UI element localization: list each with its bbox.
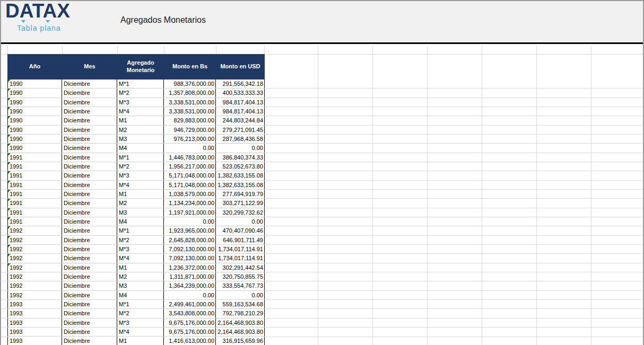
cell-amount-usd[interactable]: 984,817,404.13 (216, 107, 265, 116)
column-header-month[interactable]: Mes (62, 54, 117, 79)
cell-amount-bs[interactable]: 0.00 (164, 144, 216, 152)
cell-amount-usd[interactable]: 0.00 (216, 291, 265, 299)
cell-amount-bs[interactable]: 1,134,234,000.00 (164, 199, 216, 207)
cell-year[interactable]: 1990 (7, 135, 62, 143)
cell-amount-usd[interactable]: 984,817,404.13 (216, 98, 265, 107)
column-header-amount-usd[interactable]: Monto en USD (216, 54, 265, 79)
cell-aggregate[interactable]: M2 (117, 199, 164, 207)
cell-amount-bs[interactable]: 1,923,965,000.00 (164, 226, 216, 235)
cell-month[interactable]: Diciembre (62, 328, 117, 336)
cell-aggregate[interactable]: M*1 (117, 226, 164, 235)
cell-year[interactable]: 1991 (7, 153, 62, 162)
cell-aggregate[interactable]: M*1 (117, 153, 164, 162)
cell-month[interactable]: Diciembre (62, 291, 117, 299)
cell-month[interactable]: Diciembre (62, 208, 117, 217)
cell-amount-usd[interactable]: 277,694,919.79 (216, 190, 265, 198)
cell-year[interactable]: 1993 (7, 309, 62, 317)
cell-year[interactable]: 1990 (7, 79, 62, 88)
cell-aggregate[interactable]: M*3 (117, 171, 164, 180)
cell-amount-usd[interactable]: 2,164,468,903.80 (216, 319, 265, 327)
column-header-year[interactable]: Año (7, 54, 62, 79)
cell-year[interactable]: 1993 (7, 337, 62, 345)
cell-year[interactable]: 1990 (7, 107, 62, 116)
cell-month[interactable]: Diciembre (62, 263, 117, 272)
cell-year[interactable]: 1992 (7, 281, 62, 290)
cell-month[interactable]: Diciembre (62, 171, 117, 180)
cell-amount-bs[interactable]: 0.00 (164, 291, 216, 299)
cell-aggregate[interactable]: M1 (117, 263, 164, 272)
cell-month[interactable]: Diciembre (62, 116, 117, 125)
cell-month[interactable]: Diciembre (62, 199, 117, 207)
cell-year[interactable]: 1992 (7, 254, 62, 262)
cell-amount-bs[interactable]: 1,956,217,000.00 (164, 162, 216, 171)
cell-year[interactable]: 1991 (7, 190, 62, 198)
cell-aggregate[interactable]: M3 (117, 135, 164, 143)
cell-aggregate[interactable]: M1 (117, 337, 164, 345)
cell-amount-bs[interactable]: 1,197,921,000.00 (164, 208, 216, 217)
cell-aggregate[interactable]: M*1 (117, 300, 164, 308)
cell-amount-usd[interactable]: 320,750,855.75 (216, 272, 265, 281)
column-header-aggregate[interactable]: Agregado Monetario (117, 54, 164, 79)
cell-amount-bs[interactable]: 5,171,048,000.00 (164, 181, 216, 189)
cell-month[interactable]: Diciembre (62, 107, 117, 116)
cell-aggregate[interactable]: M2 (117, 272, 164, 281)
cell-month[interactable]: Diciembre (62, 319, 117, 327)
cell-amount-bs[interactable]: 1,446,783,000.00 (164, 153, 216, 162)
cell-amount-usd[interactable]: 287,968,436.58 (216, 135, 265, 143)
cell-amount-usd[interactable]: 386,840,374.33 (216, 153, 265, 162)
cell-amount-bs[interactable]: 2,645,828,000.00 (164, 236, 216, 244)
cell-aggregate[interactable]: M*2 (117, 162, 164, 171)
cell-aggregate[interactable]: M3 (117, 281, 164, 290)
cell-amount-bs[interactable]: 3,338,531,000.00 (164, 107, 216, 116)
cell-year[interactable]: 1993 (7, 319, 62, 327)
cell-aggregate[interactable]: M*1 (117, 79, 164, 88)
cell-amount-bs[interactable]: 7,092,130,000.00 (164, 254, 216, 262)
cell-year[interactable]: 1990 (7, 116, 62, 125)
cell-year[interactable]: 1992 (7, 272, 62, 281)
cell-month[interactable]: Diciembre (62, 245, 117, 253)
cell-month[interactable]: Diciembre (62, 98, 117, 107)
cell-year[interactable]: 1993 (7, 328, 62, 336)
cell-month[interactable]: Diciembre (62, 226, 117, 235)
cell-aggregate[interactable]: M*3 (117, 98, 164, 107)
cell-year[interactable]: 1993 (7, 300, 62, 308)
cell-amount-usd[interactable]: 333,554,767.73 (216, 281, 265, 290)
cell-year[interactable]: 1992 (7, 226, 62, 235)
cell-month[interactable]: Diciembre (62, 144, 117, 152)
cell-aggregate[interactable]: M4 (117, 144, 164, 152)
cell-amount-usd[interactable]: 1,382,633,155.08 (216, 171, 265, 180)
cell-amount-usd[interactable]: 470,407,090.46 (216, 226, 265, 235)
cell-amount-usd[interactable]: 244,803,244.84 (216, 116, 265, 125)
cell-amount-usd[interactable]: 320,299,732.62 (216, 208, 265, 217)
cell-amount-bs[interactable]: 7,092,130,000.00 (164, 245, 216, 253)
cell-amount-usd[interactable]: 559,163,534.68 (216, 300, 265, 308)
cell-year[interactable]: 1991 (7, 162, 62, 171)
cell-amount-usd[interactable]: 291,556,342.18 (216, 79, 265, 88)
cell-month[interactable]: Diciembre (62, 217, 117, 226)
cell-month[interactable]: Diciembre (62, 337, 117, 345)
cell-amount-bs[interactable]: 9,675,176,000.00 (164, 328, 216, 336)
cell-month[interactable]: Diciembre (62, 79, 117, 88)
cell-amount-bs[interactable]: 2,499,461,000.00 (164, 300, 216, 308)
cell-month[interactable]: Diciembre (62, 162, 117, 171)
cell-year[interactable]: 1991 (7, 199, 62, 207)
cell-amount-usd[interactable]: 400,533,333.33 (216, 89, 265, 97)
cell-amount-bs[interactable]: 946,729,000.00 (164, 126, 216, 134)
cell-amount-usd[interactable]: 302,291,442.54 (216, 263, 265, 272)
cell-amount-usd[interactable]: 0.00 (216, 144, 265, 152)
cell-amount-bs[interactable]: 976,213,000.00 (164, 135, 216, 143)
cell-amount-bs[interactable]: 3,338,531,000.00 (164, 98, 216, 107)
cell-aggregate[interactable]: M*4 (117, 328, 164, 336)
cell-amount-usd[interactable]: 1,734,017,114.91 (216, 254, 265, 262)
cell-year[interactable]: 1990 (7, 89, 62, 97)
cell-amount-bs[interactable]: 1,364,239,000.00 (164, 281, 216, 290)
cell-amount-bs[interactable]: 988,376,000.00 (164, 79, 216, 88)
cell-amount-usd[interactable]: 1,382,633,155.08 (216, 181, 265, 189)
cell-year[interactable]: 1991 (7, 181, 62, 189)
cell-year[interactable]: 1990 (7, 126, 62, 134)
cell-aggregate[interactable]: M*3 (117, 245, 164, 253)
cell-year[interactable]: 1990 (7, 144, 62, 152)
cell-year[interactable]: 1992 (7, 291, 62, 299)
cell-aggregate[interactable]: M3 (117, 208, 164, 217)
cell-month[interactable]: Diciembre (62, 89, 117, 97)
